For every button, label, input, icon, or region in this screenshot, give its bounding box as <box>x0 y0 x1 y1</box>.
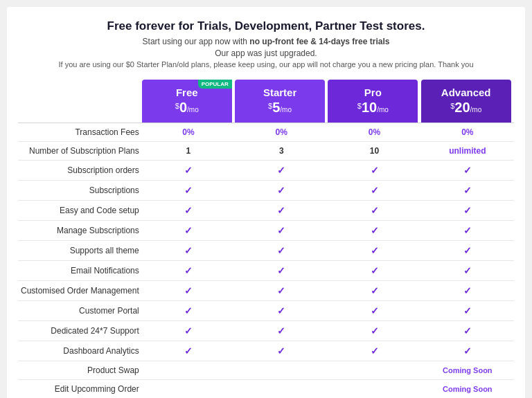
feature-value: ✓ <box>328 201 420 221</box>
feature-value: ✓ <box>142 201 235 221</box>
feature-value: ✓ <box>235 181 328 201</box>
coming-soon-badge: Coming Soon <box>443 385 493 393</box>
feature-value: ✓ <box>235 221 328 241</box>
feature-value: ✓ <box>328 321 420 341</box>
checkmark-icon: ✓ <box>277 225 285 236</box>
feature-value: Coming Soon <box>421 361 514 380</box>
checkmark-icon: ✓ <box>463 325 472 336</box>
feature-value: ✓ <box>142 321 235 341</box>
feature-value: ✓ <box>421 201 514 221</box>
feature-value: ✓ <box>142 221 235 241</box>
checkmark-icon: ✓ <box>371 225 379 236</box>
pro-plan-price: $10/mo <box>333 100 412 116</box>
checkmark-icon: ✓ <box>277 345 285 356</box>
feature-row: Easy and Code setup✓✓✓✓ <box>18 201 514 221</box>
feature-label: Customer Portal <box>18 301 142 321</box>
zero-value: 0% <box>461 127 473 137</box>
feature-row: Product SwapComing Soon <box>18 361 514 380</box>
feature-row: Customer Portal✓✓✓✓ <box>18 301 514 321</box>
feature-row: Supports all theme✓✓✓✓ <box>18 241 514 261</box>
checkmark-icon: ✓ <box>184 245 193 256</box>
zero-value: 0% <box>276 127 287 137</box>
feature-value: ✓ <box>142 161 235 181</box>
feature-value: 0% <box>235 123 328 142</box>
feature-value <box>142 380 235 399</box>
subtitle1-prefix: Start using our app now with <box>143 37 250 46</box>
checkmark-icon: ✓ <box>371 245 379 256</box>
checkmark-icon: ✓ <box>463 185 472 196</box>
feature-label: Manage Subscriptions <box>18 221 142 241</box>
feature-value: 3 <box>235 142 328 161</box>
feature-label: Easy and Code setup <box>18 201 142 221</box>
checkmark-icon: ✓ <box>371 345 379 356</box>
zero-value: 0% <box>369 127 380 137</box>
checkmark-icon: ✓ <box>463 265 472 276</box>
header-section: Free forever for Trials, Development, Pa… <box>18 19 514 69</box>
feature-value: ✓ <box>235 241 328 261</box>
feature-value: ✓ <box>235 301 328 321</box>
checkmark-icon: ✓ <box>184 285 193 296</box>
feature-value: ✓ <box>421 321 514 341</box>
checkmark-icon: ✓ <box>463 165 472 176</box>
feature-value <box>235 380 328 399</box>
pricing-table: Popular Free $0/mo Starter $5/mo Pro $10… <box>18 80 514 398</box>
pricing-container: Free forever for Trials, Development, Pa… <box>7 7 525 398</box>
feature-value: Coming Soon <box>421 380 514 399</box>
feature-row: Dedicated 24*7 Support✓✓✓✓ <box>18 321 514 341</box>
feature-value: ✓ <box>421 341 514 361</box>
checkmark-icon: ✓ <box>277 285 285 296</box>
feature-label: Subscription orders <box>18 161 142 181</box>
checkmark-icon: ✓ <box>371 285 379 296</box>
feature-value: ✓ <box>142 261 235 281</box>
subtitle3: If you are using our $0 Starter Plan/old… <box>18 60 514 69</box>
checkmark-icon: ✓ <box>277 165 285 176</box>
checkmark-icon: ✓ <box>463 205 472 216</box>
feature-label: Dashboard Analytics <box>18 341 142 361</box>
feature-value: 1 <box>142 142 235 161</box>
subtitle2: Our app was just upgraded. <box>18 48 514 58</box>
feature-value: 0% <box>328 123 420 142</box>
feature-value: ✓ <box>235 201 328 221</box>
checkmark-icon: ✓ <box>184 205 193 216</box>
checkmark-icon: ✓ <box>184 325 193 336</box>
feature-value: ✓ <box>421 181 514 201</box>
feature-value: unlimited <box>421 142 514 161</box>
feature-row: Dashboard Analytics✓✓✓✓ <box>18 341 514 361</box>
feature-row: Email Notifications✓✓✓✓ <box>18 261 514 281</box>
plan-header-free: Popular Free $0/mo <box>142 80 235 123</box>
feature-row: Transaction Fees0%0%0%0% <box>18 123 514 142</box>
feature-label: Customised Order Management <box>18 281 142 301</box>
checkmark-icon: ✓ <box>371 165 379 176</box>
feature-value: 10 <box>328 142 420 161</box>
main-title: Free forever for Trials, Development, Pa… <box>18 19 514 33</box>
checkmark-icon: ✓ <box>463 285 472 296</box>
feature-value: ✓ <box>328 301 420 321</box>
feature-label: Edit Upcomming Order <box>18 380 142 399</box>
advanced-plan-price: $20/mo <box>427 100 506 116</box>
checkmark-icon: ✓ <box>371 305 379 316</box>
feature-label: Dedicated 24*7 Support <box>18 321 142 341</box>
feature-value: ✓ <box>235 261 328 281</box>
subtitle1-bold: no up-front fee & 14-days free trials <box>249 37 389 46</box>
feature-row: Subscription orders✓✓✓✓ <box>18 161 514 181</box>
checkmark-icon: ✓ <box>371 185 379 196</box>
free-plan-price: $0/mo <box>148 100 227 116</box>
feature-value: ✓ <box>235 321 328 341</box>
feature-value <box>328 380 420 399</box>
feature-value: ✓ <box>235 341 328 361</box>
feature-value <box>235 361 328 380</box>
plan-header-starter: Starter $5/mo <box>235 80 328 123</box>
plan-header-advanced: Advanced $20/mo <box>421 80 514 123</box>
feature-value: ✓ <box>421 261 514 281</box>
feature-value: ✓ <box>421 241 514 261</box>
feature-label: Number of Subscription Plans <box>18 142 142 161</box>
checkmark-icon: ✓ <box>463 245 472 256</box>
starter-plan-price: $5/mo <box>240 100 319 116</box>
checkmark-icon: ✓ <box>277 265 285 276</box>
feature-value: ✓ <box>142 241 235 261</box>
checkmark-icon: ✓ <box>463 305 472 316</box>
unlimited-value: unlimited <box>449 146 486 156</box>
checkmark-icon: ✓ <box>184 225 193 236</box>
feature-label: Transaction Fees <box>18 123 142 142</box>
checkmark-icon: ✓ <box>184 345 193 356</box>
